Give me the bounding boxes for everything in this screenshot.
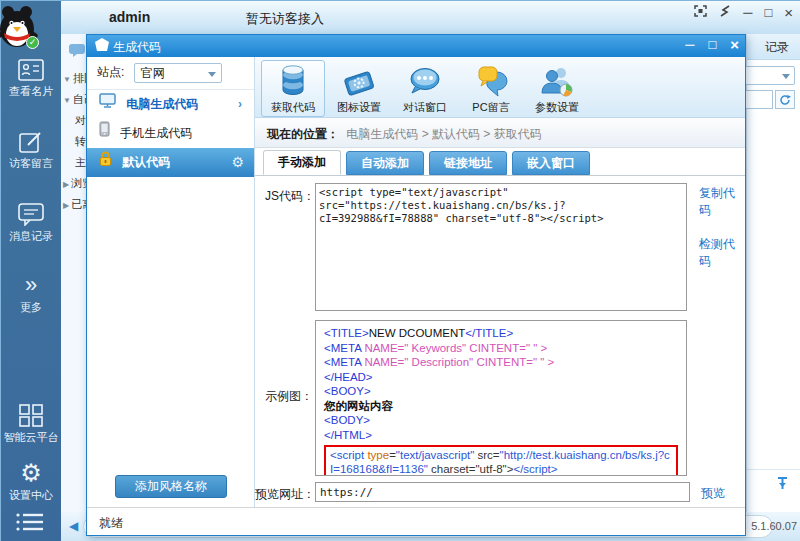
lock-icon [99, 148, 112, 177]
divider [747, 469, 800, 470]
example-script-line: <script type="text/javascript" src="http… [330, 448, 672, 476]
tool-pc-message[interactable]: PC留言 [459, 60, 523, 117]
sidebar-item-label: 查看名片 [1, 84, 61, 99]
dialog-close-icon[interactable]: × [730, 37, 739, 53]
nav-item-mobile-code[interactable]: 手机生成代码 [87, 119, 254, 148]
site-select[interactable]: 官网 [134, 63, 222, 83]
js-code-label: JS代码： [265, 188, 315, 205]
maximize-icon[interactable]: □ [764, 6, 772, 20]
main-titlebar: admin 暂无访客接入 ─ □ × [61, 1, 800, 34]
js-code-textarea[interactable]: <script type="text/javascript" src="http… [315, 183, 687, 311]
chevron-down-icon [782, 74, 790, 79]
online-check-icon: ✓ [26, 36, 39, 49]
tool-get-code[interactable]: 获取代码 [261, 60, 325, 117]
nav-item-default-code[interactable]: 默认代码 ⚙ [87, 148, 254, 177]
preview-url-label: 预览网址： [255, 486, 315, 503]
tab-manual-add[interactable]: 手动添加 [263, 150, 341, 175]
sidebar-item-visitor-message[interactable]: 访客留言 [1, 131, 61, 171]
phone-icon [99, 119, 110, 148]
sidebar-item-label: 设置中心 [1, 488, 61, 503]
dialog-maximize-icon[interactable]: □ [708, 37, 716, 53]
example-label: 示例图： [265, 388, 313, 405]
close-icon[interactable]: × [784, 6, 793, 20]
dialog-statusbar: 就绪 [87, 507, 745, 535]
message-bubbles-icon [460, 63, 522, 99]
copy-code-link[interactable]: 复制代码 [699, 185, 745, 219]
records-search-input[interactable] [743, 90, 773, 109]
tool-label: 获取代码 [262, 100, 324, 115]
dialog-right-panel: 获取代码 图标设置 对话窗口 [255, 57, 745, 507]
records-panel: 记录 [746, 34, 800, 512]
sidebar-item-label: 更多 [1, 300, 61, 315]
generate-code-dialog: 生成代码 ─ □ × 站点: 官网 电脑生成代码 › [86, 34, 746, 536]
window-controls: ─ □ × [694, 5, 793, 20]
gear-icon[interactable]: ⚙ [231, 148, 244, 177]
dialog-titlebar: 生成代码 ─ □ × [87, 35, 745, 57]
sidebar-item-more[interactable]: » 更多 [1, 273, 61, 315]
tool-chat-window[interactable]: 对话窗口 [393, 60, 457, 117]
dialog-shield-icon [95, 38, 109, 53]
screenshot-icon[interactable] [719, 5, 731, 20]
preview-link[interactable]: 预览 [701, 485, 725, 502]
dialog-title: 生成代码 [113, 39, 161, 56]
sidebar-item-view-card[interactable]: 查看名片 [1, 59, 61, 99]
users-settings-icon [526, 63, 588, 99]
username: admin [109, 9, 150, 25]
collapse-left-icon[interactable]: ◀ [69, 519, 78, 533]
more-icon: » [1, 273, 61, 297]
version-text: 5.1.60.07 [751, 520, 797, 532]
grid-icon [1, 404, 61, 427]
visitor-status-text: 暂无访客接入 [246, 10, 324, 28]
breadcrumb-path: 电脑生成代码 > 默认代码 > 获取代码 [346, 127, 541, 141]
tool-parameter-settings[interactable]: 参数设置 [525, 60, 589, 117]
gear-icon: ⚙ [1, 461, 61, 485]
tab-bar: 手动添加 自动添加 链接地址 嵌入窗口 [255, 148, 745, 176]
sidebar-item-settings[interactable]: ⚙ 设置中心 [1, 461, 61, 503]
minimize-icon[interactable]: ─ [743, 6, 752, 20]
monitor-icon [99, 90, 116, 119]
chat-bubble-icon [394, 63, 456, 99]
pin-icon[interactable] [776, 476, 789, 494]
card-icon [1, 59, 61, 81]
sidebar-item-label: 智能云平台 [1, 430, 61, 445]
site-label: 站点: [97, 65, 124, 79]
code-insert-highlight: <script type="text/javascript" src="http… [324, 445, 678, 476]
icon-settings-icon [328, 63, 390, 99]
dialog-left-panel: 站点: 官网 电脑生成代码 › 手机生成代码 [87, 57, 255, 507]
sidebar-item-message-history[interactable]: 消息记录 [1, 203, 61, 244]
tab-content: JS代码： <script type="text/javascript" src… [255, 176, 745, 506]
chevron-down-icon [208, 72, 216, 77]
check-code-link[interactable]: 检测代码 [699, 236, 745, 270]
app-window: 查看名片 访客留言 消息记录 » 更多 智能云平台 ⚙ 设置中心 [0, 0, 800, 541]
breadcrumb: 现在的位置： 电脑生成代码 > 默认代码 > 获取代码 [255, 118, 745, 148]
refresh-button[interactable] [775, 90, 795, 109]
sidebar-item-label: 消息记录 [1, 229, 61, 244]
database-icon [262, 63, 324, 99]
preview-url-input[interactable] [315, 482, 690, 502]
expand-icon[interactable] [694, 5, 707, 20]
example-box: <TITLE>NEW DCOUMENT</TITLE><META NAME=" … [315, 320, 687, 476]
tool-label: PC留言 [460, 100, 522, 115]
chat-icon [1, 203, 61, 226]
sidebar-item-label: 访客留言 [1, 156, 61, 171]
edit-icon [1, 131, 61, 153]
records-filter-select[interactable] [743, 66, 795, 85]
tool-label: 对话窗口 [394, 100, 456, 115]
dialog-controls: ─ □ × [685, 37, 739, 53]
tab-embed-window[interactable]: 嵌入窗口 [512, 151, 590, 175]
avatar[interactable]: ✓ [0, 3, 41, 49]
tool-icon-settings[interactable]: 图标设置 [327, 60, 391, 117]
tab-link-address[interactable]: 链接地址 [429, 151, 507, 175]
tab-auto-add[interactable]: 自动添加 [346, 151, 424, 175]
tool-label: 图标设置 [328, 100, 390, 115]
chevron-right-icon: › [238, 90, 242, 119]
refresh-icon [779, 94, 791, 106]
dialog-toolbar: 获取代码 图标设置 对话窗口 [255, 57, 745, 118]
add-style-button[interactable]: 添加风格名称 [115, 475, 227, 498]
breadcrumb-prefix: 现在的位置： [267, 127, 339, 141]
nav-item-pc-code[interactable]: 电脑生成代码 › [87, 90, 254, 119]
sidebar-item-cloud-platform[interactable]: 智能云平台 [1, 404, 61, 445]
tab-records[interactable]: 记录 [747, 34, 800, 60]
menu-list-icon[interactable] [15, 511, 45, 537]
dialog-minimize-icon[interactable]: ─ [685, 37, 694, 53]
